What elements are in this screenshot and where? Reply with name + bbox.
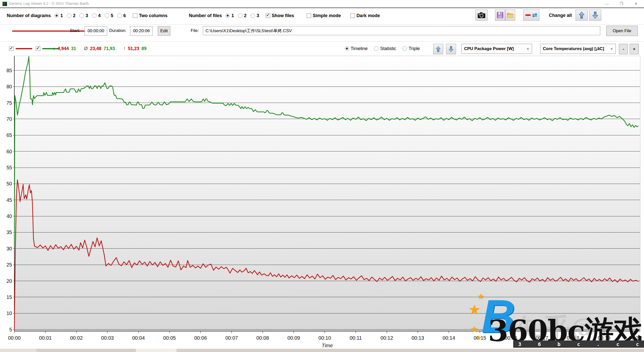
bottom-window-strip bbox=[0, 349, 644, 352]
radio-icon[interactable] bbox=[54, 13, 59, 18]
file-count-group: Number of files 123 Show files Simple mo… bbox=[189, 10, 380, 21]
diagram-count-radio-4[interactable]: 4 bbox=[92, 13, 101, 18]
radio-icon[interactable] bbox=[117, 13, 122, 18]
star-icon: ★ bbox=[468, 302, 480, 317]
window-title: Generic Log Viewer 6.2 - © 2021 Thomas B… bbox=[9, 1, 89, 6]
radio-icon[interactable] bbox=[251, 13, 255, 18]
file-count-radio-2[interactable]: 2 bbox=[238, 13, 247, 18]
svg-text:Time: Time bbox=[322, 343, 333, 348]
svg-text:55: 55 bbox=[7, 165, 12, 170]
url-letter: 3 bbox=[518, 341, 521, 347]
view-mode-radio-label: Triple bbox=[409, 46, 420, 51]
max-value-green: 89 bbox=[142, 46, 147, 51]
change-all-up-button[interactable] bbox=[576, 10, 588, 21]
open-folder-button[interactable] bbox=[505, 10, 515, 21]
view-mode-radio-timeline[interactable]: Timeline bbox=[345, 46, 368, 51]
svg-text:40: 40 bbox=[7, 213, 12, 219]
show-files-checkbox[interactable]: Show files bbox=[266, 13, 294, 18]
camera-icon bbox=[477, 12, 486, 18]
svg-text:00:06: 00:06 bbox=[194, 335, 207, 341]
start-time-input[interactable]: 00:00:00 bbox=[85, 26, 107, 36]
radio-icon[interactable] bbox=[374, 46, 379, 51]
diagram-count-radio-5[interactable]: 5 bbox=[105, 13, 113, 18]
simple-mode-checkbox[interactable]: Simple mode bbox=[307, 13, 341, 18]
series1-checkbox[interactable] bbox=[9, 46, 14, 51]
diagram-count-radio-label: 2 bbox=[73, 13, 75, 18]
radio-icon[interactable] bbox=[345, 46, 349, 51]
diagram-count-radio-label: 4 bbox=[98, 13, 101, 18]
file-count-radio-1[interactable]: 1 bbox=[225, 13, 234, 18]
open-file-button[interactable]: Open File bbox=[606, 26, 638, 36]
min-value-red: 4,944 bbox=[58, 46, 69, 51]
url-letter: c bbox=[636, 341, 639, 347]
url-letter: c bbox=[616, 341, 619, 347]
timeline-chart[interactable]: 51015202530354045505560657075808500:0000… bbox=[0, 55, 644, 348]
folder-icon bbox=[507, 12, 514, 18]
close-button[interactable]: ✕ bbox=[631, 1, 641, 7]
screenshot-button[interactable] bbox=[475, 10, 488, 21]
svg-text:10: 10 bbox=[7, 310, 12, 316]
two-columns-checkbox[interactable]: Two columns bbox=[133, 13, 168, 18]
change-all-label: Change all bbox=[549, 13, 572, 18]
diagram-count-radio-2[interactable]: 2 bbox=[67, 13, 75, 18]
max-value-red: 51,23 bbox=[128, 46, 139, 51]
two-columns-box[interactable] bbox=[133, 13, 137, 18]
dark-mode-checkbox[interactable]: Dark mode bbox=[350, 13, 380, 18]
svg-text:00:00: 00:00 bbox=[8, 335, 21, 341]
minimize-button[interactable]: — bbox=[602, 1, 612, 7]
chevron-down-icon: ∨ bbox=[610, 47, 613, 50]
view-mode-radio-statistic[interactable]: Statistic bbox=[374, 46, 396, 51]
save-floppy-icon bbox=[497, 12, 503, 18]
svg-text:00:08: 00:08 bbox=[256, 335, 269, 341]
dark-mode-box[interactable] bbox=[350, 13, 355, 18]
url-letter: b bbox=[557, 341, 560, 347]
file-count-radio-label: 1 bbox=[231, 13, 234, 18]
show-files-box[interactable] bbox=[266, 13, 270, 18]
file-path-input[interactable]: C:\Users\X1\Desktop\工作\SL5\test\单烤.CSV bbox=[203, 26, 600, 35]
watermark-url-bar: 36bc.cc bbox=[513, 340, 644, 348]
radio-icon[interactable] bbox=[225, 13, 230, 18]
average-icon: Ø bbox=[84, 46, 88, 51]
radio-icon[interactable] bbox=[67, 13, 71, 18]
app-icon bbox=[3, 2, 7, 6]
change-all-down-button[interactable] bbox=[589, 10, 601, 21]
view-mode-radio-label: Statistic bbox=[380, 46, 396, 51]
diagram-count-radio-1[interactable]: 1 bbox=[54, 13, 63, 18]
svg-text:5: 5 bbox=[9, 327, 12, 332]
series1-color-swatch bbox=[16, 48, 32, 49]
diagram-count-radio-3[interactable]: 3 bbox=[79, 13, 88, 18]
radio-icon[interactable] bbox=[79, 13, 84, 18]
radio-icon[interactable] bbox=[92, 13, 97, 18]
restore-button[interactable]: ❐ bbox=[616, 1, 626, 7]
diagram-count-radio-6[interactable]: 6 bbox=[117, 13, 126, 18]
swap-series-button[interactable]: ⇄ bbox=[523, 10, 539, 21]
svg-text:50: 50 bbox=[7, 181, 12, 186]
files-label: Number of files bbox=[189, 13, 222, 18]
simple-mode-box[interactable] bbox=[307, 13, 311, 18]
diagram-count-radio-label: 1 bbox=[60, 13, 63, 18]
right-axis-dropdown[interactable]: Core Temperatures (avg) [¡ãC] ∨ bbox=[540, 44, 616, 54]
radio-icon[interactable] bbox=[105, 13, 109, 18]
radio-icon[interactable] bbox=[238, 13, 243, 18]
file-count-radio-3[interactable]: 3 bbox=[251, 13, 259, 18]
view-mode-radio-label: Timeline bbox=[351, 46, 368, 51]
save-button[interactable] bbox=[495, 10, 505, 21]
url-letter: 6 bbox=[538, 341, 541, 347]
file-count-radio-label: 3 bbox=[257, 13, 259, 18]
zoom-in-button[interactable]: + bbox=[630, 44, 639, 54]
left-axis-dropdown[interactable]: CPU Package Power [W] ∨ bbox=[461, 44, 532, 54]
svg-text:80: 80 bbox=[7, 84, 12, 89]
radio-icon[interactable] bbox=[403, 46, 407, 51]
zoom-out-button[interactable]: - bbox=[619, 44, 628, 54]
two-columns-label: Two columns bbox=[139, 13, 168, 18]
svg-text:00:13: 00:13 bbox=[412, 335, 424, 341]
view-mode-radio-triple[interactable]: Triple bbox=[403, 46, 420, 51]
move-diagram-up-button[interactable] bbox=[433, 44, 443, 54]
url-letter: c bbox=[577, 341, 580, 347]
move-diagram-down-button[interactable] bbox=[446, 44, 456, 54]
separator bbox=[0, 24, 644, 25]
svg-text:00:01: 00:01 bbox=[39, 335, 52, 341]
duration-input[interactable]: 00:20:06 bbox=[130, 26, 153, 36]
series2-checkbox[interactable] bbox=[36, 46, 40, 51]
edit-button[interactable]: Edit bbox=[158, 26, 170, 36]
